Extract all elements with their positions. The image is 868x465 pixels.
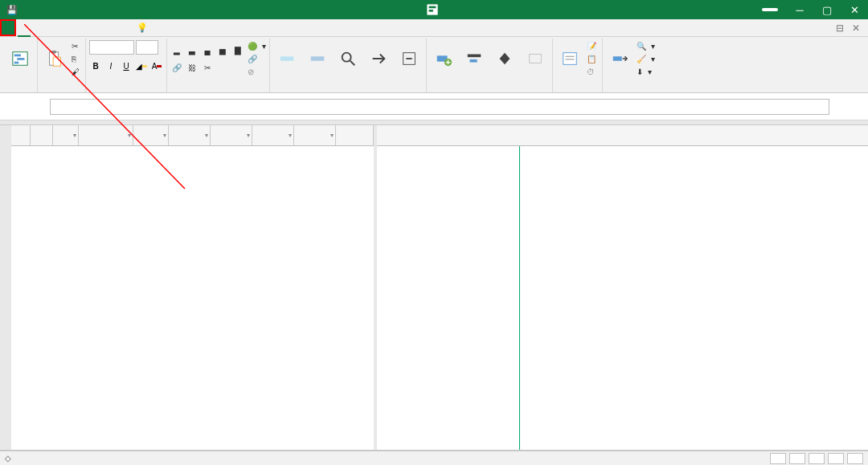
add-to-timeline-button[interactable]: ⏱ bbox=[587, 66, 599, 78]
group-label-properties bbox=[556, 90, 599, 92]
row-header-col[interactable] bbox=[11, 125, 31, 145]
close-button[interactable]: ✕ bbox=[841, 0, 868, 19]
tab-resource[interactable] bbox=[32, 19, 48, 36]
respect-links-button[interactable]: 🔗 bbox=[248, 53, 266, 65]
login-button[interactable] bbox=[762, 8, 778, 11]
ribbon-close-icon[interactable]: ✕ bbox=[852, 22, 860, 34]
gantt-view-button[interactable] bbox=[6, 40, 34, 79]
grid-body[interactable] bbox=[11, 146, 374, 450]
task-grid: ▾ ▾ ▾ ▾ ▾ ▾ ▾ bbox=[11, 125, 377, 450]
maximize-button[interactable]: ▢ bbox=[813, 0, 841, 19]
find-button[interactable]: 🔍 ▾ bbox=[637, 40, 655, 52]
clear-button[interactable]: 🧹 ▾ bbox=[637, 53, 655, 65]
indent-100-button[interactable]: ▇ bbox=[231, 43, 244, 56]
title-bar: 💾 ─ ▢ ✕ bbox=[0, 0, 868, 19]
tab-task[interactable] bbox=[16, 19, 32, 36]
status-bar: ◇ bbox=[0, 451, 868, 465]
fill-color-button[interactable]: ◢ bbox=[135, 59, 148, 72]
svg-rect-5 bbox=[17, 58, 24, 60]
col-resources[interactable]: ▾ bbox=[294, 125, 336, 145]
window-title bbox=[427, 4, 441, 15]
scroll-to-task-button[interactable] bbox=[606, 40, 633, 79]
split-button[interactable]: ✂ bbox=[201, 61, 214, 74]
group-label-font bbox=[89, 90, 163, 92]
underline-button[interactable]: U bbox=[120, 59, 133, 72]
notes-button[interactable]: 📝 bbox=[587, 40, 599, 52]
timeline-drop-area[interactable] bbox=[50, 99, 829, 115]
indent-0-button[interactable]: ▂ bbox=[170, 43, 183, 56]
indent-50-button[interactable]: ▄ bbox=[201, 43, 214, 56]
group-label-editing bbox=[606, 90, 655, 92]
view-shortcut-5[interactable] bbox=[847, 453, 863, 464]
summary-button[interactable] bbox=[461, 40, 488, 79]
col-name[interactable]: ▾ bbox=[79, 125, 133, 145]
save-icon[interactable]: 💾 bbox=[5, 2, 19, 17]
view-shortcut-3[interactable] bbox=[809, 453, 825, 464]
indent-75-button[interactable]: ▅ bbox=[216, 43, 229, 56]
move-button[interactable] bbox=[365, 40, 392, 79]
window-controls: ─ ▢ ✕ bbox=[762, 0, 868, 19]
font-color-button[interactable]: A bbox=[150, 59, 163, 72]
col-indicators[interactable] bbox=[31, 125, 53, 145]
tab-view[interactable] bbox=[80, 19, 96, 36]
unlink-button[interactable]: ⛓ bbox=[186, 61, 199, 74]
indent-25-button[interactable]: ▃ bbox=[186, 43, 199, 56]
font-size-select[interactable] bbox=[136, 40, 158, 55]
ribbon: ✂ ⎘ 🖌 B I U ◢ A ▂ bbox=[0, 37, 868, 93]
col-add-new[interactable] bbox=[336, 125, 374, 145]
link-button[interactable]: 🔗 bbox=[170, 61, 183, 74]
ribbon-display-options: ⊟ ✕ bbox=[836, 19, 868, 36]
fill-button[interactable]: ⬇ ▾ bbox=[637, 66, 655, 78]
copy-button[interactable]: ⎘ bbox=[72, 53, 82, 65]
tab-gantt-format[interactable] bbox=[113, 19, 129, 36]
svg-rect-19 bbox=[530, 55, 542, 63]
col-mode[interactable]: ▾ bbox=[53, 125, 79, 145]
deactivate-button[interactable]: ⊘ bbox=[248, 66, 266, 78]
svg-rect-6 bbox=[14, 62, 19, 64]
redo-icon[interactable] bbox=[40, 2, 55, 17]
details-button[interactable]: 📋 bbox=[587, 53, 599, 65]
gantt-timescale[interactable] bbox=[377, 125, 868, 146]
qat-more-icon[interactable] bbox=[58, 2, 72, 17]
view-shortcut-1[interactable] bbox=[770, 453, 786, 464]
tab-help[interactable] bbox=[96, 19, 113, 36]
paste-button[interactable] bbox=[41, 40, 68, 79]
deliverable-button[interactable] bbox=[522, 40, 549, 79]
ribbon-tabs: 💡 ⊟ ✕ bbox=[0, 19, 868, 37]
svg-rect-9 bbox=[53, 57, 60, 66]
auto-schedule-button[interactable] bbox=[304, 40, 331, 79]
undo-icon[interactable] bbox=[23, 2, 37, 17]
col-finish[interactable]: ▾ bbox=[211, 125, 252, 145]
manual-schedule-button[interactable] bbox=[273, 40, 301, 79]
inspect-button[interactable] bbox=[334, 40, 362, 79]
tab-report[interactable] bbox=[48, 19, 64, 36]
project-icon bbox=[427, 4, 438, 15]
svg-rect-18 bbox=[470, 59, 477, 63]
information-button[interactable] bbox=[556, 40, 583, 79]
view-shortcut-2[interactable] bbox=[789, 453, 805, 464]
group-label-view bbox=[6, 90, 34, 92]
col-start[interactable]: ▾ bbox=[169, 125, 211, 145]
format-painter-button[interactable]: 🖌 bbox=[72, 66, 82, 78]
gantt-body[interactable] bbox=[377, 146, 868, 450]
view-shortcut-4[interactable] bbox=[828, 453, 844, 464]
tab-project[interactable] bbox=[64, 19, 80, 36]
mode-button[interactable] bbox=[395, 40, 423, 79]
italic-button[interactable]: I bbox=[104, 59, 117, 72]
status-ready: ◇ bbox=[5, 454, 11, 463]
font-name-select[interactable] bbox=[89, 40, 134, 55]
gantt-chart bbox=[377, 125, 868, 450]
milestone-button[interactable] bbox=[491, 40, 518, 79]
view-bar-label bbox=[0, 125, 11, 450]
mark-on-track-button[interactable]: 🟢 ▾ bbox=[248, 40, 266, 52]
cut-button[interactable]: ✂ bbox=[72, 40, 82, 52]
tab-file[interactable] bbox=[0, 19, 16, 36]
minimize-button[interactable]: ─ bbox=[786, 0, 813, 19]
bold-button[interactable]: B bbox=[89, 59, 102, 72]
tell-me-search[interactable]: 💡 bbox=[129, 19, 156, 36]
col-predecessors[interactable]: ▾ bbox=[252, 125, 294, 145]
insert-task-button[interactable] bbox=[430, 40, 457, 79]
svg-rect-20 bbox=[563, 53, 577, 65]
col-duration[interactable]: ▾ bbox=[133, 125, 169, 145]
ribbon-collapse-icon[interactable]: ⊟ bbox=[836, 22, 844, 34]
